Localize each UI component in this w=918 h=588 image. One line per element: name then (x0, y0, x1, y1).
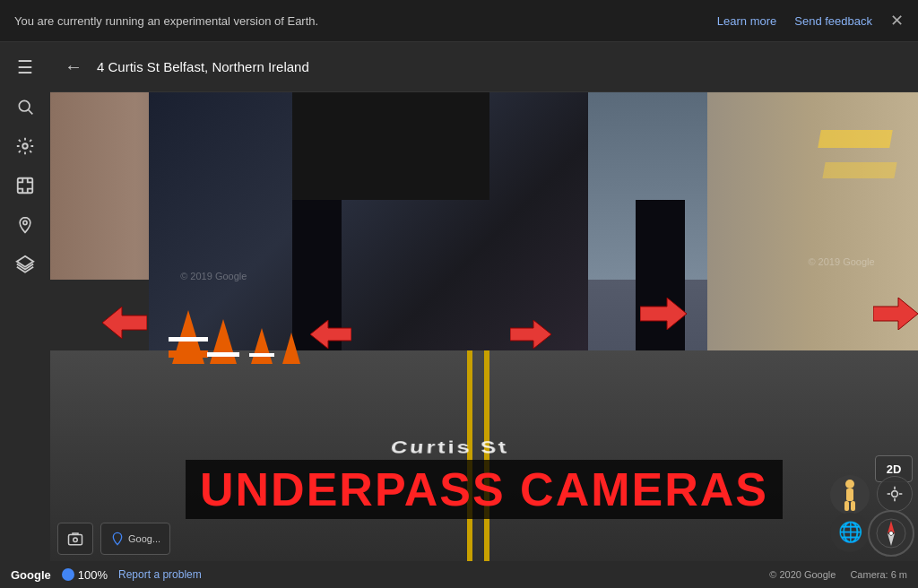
nav-arrow-left-mid[interactable] (310, 313, 351, 358)
svg-point-2 (22, 143, 28, 149)
svg-point-4 (23, 220, 27, 224)
sidebar-search-icon[interactable] (7, 89, 43, 125)
google-logo: Google (11, 568, 51, 582)
nav-arrow-left-far[interactable] (102, 303, 147, 348)
svg-marker-6 (102, 307, 147, 339)
back-button[interactable]: ← (65, 56, 82, 77)
google-watermark-right: © 2019 Google (808, 256, 874, 267)
nav-arrow-right-mid[interactable] (510, 313, 551, 358)
zoom-level: 100% (62, 568, 108, 582)
send-feedback-link[interactable]: Send feedback (794, 14, 872, 28)
search-bar: ← 4 Curtis St Belfast, Northern Ireland (50, 42, 918, 92)
svg-rect-3 (18, 178, 33, 194)
notification-close-button[interactable]: ✕ (890, 11, 904, 30)
copyright-text: © 2020 Google (769, 569, 836, 580)
sidebar-layers-icon[interactable] (7, 246, 43, 282)
zoom-indicator (62, 568, 74, 581)
sidebar: ☰ (0, 42, 50, 561)
sidebar-fullscreen-icon[interactable] (7, 168, 43, 203)
nav-arrow-right-far[interactable] (640, 294, 687, 339)
sidebar-menu-icon[interactable]: ☰ (7, 49, 43, 85)
svg-marker-10 (873, 298, 918, 330)
window-reflection-1 (818, 130, 893, 148)
traffic-cones (172, 310, 300, 364)
svg-line-1 (29, 110, 33, 115)
svg-point-0 (19, 100, 30, 111)
learn-more-link[interactable]: Learn more (717, 14, 776, 28)
status-bar: Google 100% Report a problem © 2020 Goog… (0, 561, 918, 588)
window-reflection-2 (822, 162, 896, 178)
bottom-toolbar: Goog... (50, 516, 178, 561)
google-watermark-left: © 2019 Google (180, 271, 247, 281)
address-display: 4 Curtis St Belfast, Northern Ireland (97, 59, 309, 74)
svg-point-12 (74, 538, 78, 542)
street-name-road: Curtis St (389, 437, 510, 458)
camera-info: Camera: 6 m (850, 569, 907, 580)
sidebar-location-icon[interactable] (7, 207, 43, 243)
notification-text: You are currently running an experimenta… (14, 14, 717, 28)
globe-button[interactable]: 🌐 (830, 513, 870, 552)
nav-arrow-right-edge[interactable] (873, 294, 918, 339)
report-problem-link[interactable]: Report a problem (118, 568, 202, 581)
svg-marker-8 (510, 320, 551, 349)
maps-button[interactable]: Goog... (100, 523, 170, 555)
sidebar-settings-icon[interactable] (7, 128, 43, 164)
svg-marker-7 (310, 320, 351, 349)
underpass-ceiling (292, 92, 489, 200)
notification-bar: You are currently running an experimenta… (0, 0, 918, 42)
screenshot-button[interactable] (57, 523, 93, 555)
maps-label: Goog... (128, 533, 160, 544)
overlay-text-container: UNDERPASS CAMERAS (50, 463, 918, 516)
svg-marker-9 (640, 298, 687, 330)
svg-rect-11 (69, 535, 82, 545)
overlay-big-text: UNDERPASS CAMERAS (186, 460, 783, 519)
